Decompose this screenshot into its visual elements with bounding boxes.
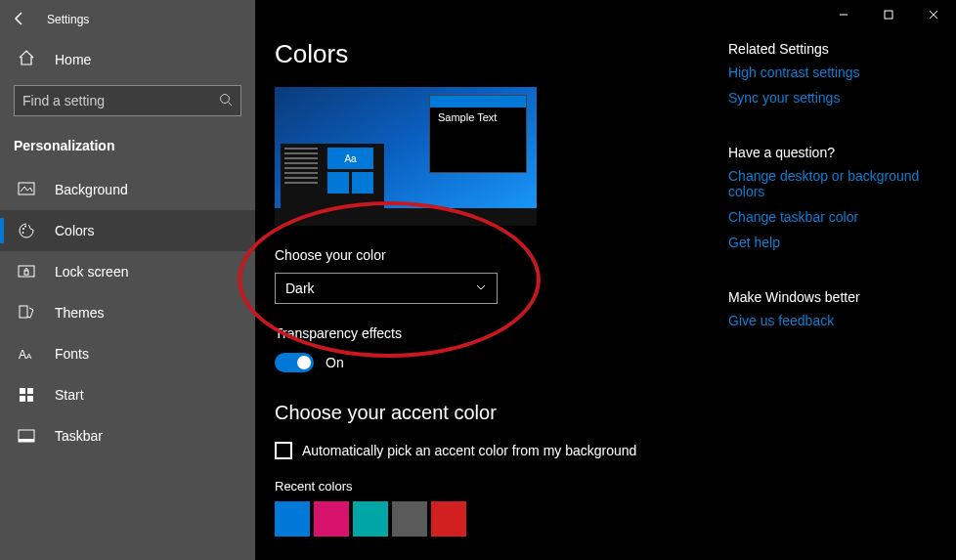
transparency-state: On bbox=[326, 355, 344, 370]
color-swatch[interactable] bbox=[353, 501, 388, 537]
svg-point-0 bbox=[221, 94, 230, 103]
link-get-help[interactable]: Get help bbox=[728, 235, 934, 250]
nav-label: Taskbar bbox=[55, 428, 103, 444]
settings-title: Settings bbox=[47, 13, 89, 26]
sidebar: Settings Home Personalization Background… bbox=[0, 0, 255, 560]
nav-label: Start bbox=[55, 387, 84, 403]
search-input[interactable] bbox=[22, 93, 198, 108]
svg-rect-6 bbox=[24, 271, 28, 275]
auto-accent-checkbox[interactable] bbox=[275, 442, 292, 459]
main-content: Colors Sample Text Aa Choose your color … bbox=[255, 0, 956, 560]
color-swatch[interactable] bbox=[431, 501, 466, 537]
minimize-button[interactable] bbox=[821, 0, 866, 29]
svg-rect-10 bbox=[20, 388, 25, 394]
preview-window: Sample Text bbox=[429, 95, 527, 173]
preview-window-text: Sample Text bbox=[438, 111, 497, 123]
svg-point-2 bbox=[22, 228, 24, 230]
svg-rect-13 bbox=[27, 396, 33, 402]
nav-list: Background Colors Lock screen Themes AA … bbox=[0, 169, 255, 456]
recent-colors-label: Recent colors bbox=[275, 479, 956, 494]
nav-label: Background bbox=[55, 182, 128, 197]
nav-label: Lock screen bbox=[55, 264, 128, 280]
search-box[interactable] bbox=[14, 85, 241, 116]
nav-label: Themes bbox=[55, 305, 105, 321]
svg-rect-12 bbox=[20, 396, 25, 402]
link-sync-settings[interactable]: Sync your settings bbox=[728, 90, 934, 106]
category-label: Personalization bbox=[0, 130, 255, 163]
close-button[interactable] bbox=[911, 0, 956, 29]
nav-home[interactable]: Home bbox=[0, 39, 255, 79]
home-icon bbox=[18, 49, 35, 69]
nav-item-fonts[interactable]: AA Fonts bbox=[0, 333, 255, 374]
choose-color-value: Dark bbox=[285, 280, 315, 296]
search-icon bbox=[219, 93, 233, 109]
recent-colors bbox=[275, 501, 956, 537]
preview-start-menu: Aa bbox=[281, 144, 384, 208]
preview-tile-text: Aa bbox=[327, 148, 373, 169]
link-high-contrast[interactable]: High contrast settings bbox=[728, 65, 934, 80]
nav-home-label: Home bbox=[55, 52, 91, 67]
svg-point-3 bbox=[24, 226, 26, 228]
window-controls bbox=[821, 0, 956, 29]
better-heading: Make Windows better bbox=[728, 289, 934, 305]
link-change-taskbar-color[interactable]: Change taskbar color bbox=[728, 209, 934, 225]
related-heading: Related Settings bbox=[728, 41, 934, 57]
svg-point-4 bbox=[22, 232, 24, 234]
link-feedback[interactable]: Give us feedback bbox=[728, 313, 934, 328]
maximize-button[interactable] bbox=[866, 0, 911, 29]
svg-rect-7 bbox=[20, 306, 27, 318]
choose-color-dropdown[interactable]: Dark bbox=[275, 273, 498, 304]
nav-item-background[interactable]: Background bbox=[0, 169, 255, 210]
transparency-toggle[interactable] bbox=[275, 353, 314, 372]
svg-rect-11 bbox=[27, 388, 33, 394]
right-column: Related Settings High contrast settings … bbox=[728, 41, 934, 338]
accent-title: Choose your accent color bbox=[275, 402, 956, 424]
question-heading: Have a question? bbox=[728, 145, 934, 160]
link-change-desktop-colors[interactable]: Change desktop or background colors bbox=[728, 168, 934, 199]
nav-item-lockscreen[interactable]: Lock screen bbox=[0, 251, 255, 292]
auto-accent-label: Automatically pick an accent color from … bbox=[302, 443, 636, 458]
svg-rect-16 bbox=[885, 11, 892, 19]
nav-item-taskbar[interactable]: Taskbar bbox=[0, 415, 255, 456]
svg-rect-15 bbox=[19, 439, 34, 442]
color-swatch[interactable] bbox=[314, 501, 349, 537]
nav-item-start[interactable]: Start bbox=[0, 374, 255, 415]
chevron-down-icon bbox=[475, 280, 487, 296]
color-swatch[interactable] bbox=[275, 501, 310, 537]
nav-item-themes[interactable]: Themes bbox=[0, 292, 255, 333]
nav-label: Fonts bbox=[55, 346, 89, 362]
color-preview: Sample Text Aa bbox=[275, 87, 537, 226]
nav-item-colors[interactable]: Colors bbox=[0, 210, 255, 251]
nav-label: Colors bbox=[55, 223, 94, 238]
topbar: Settings bbox=[0, 0, 255, 39]
back-icon[interactable] bbox=[12, 11, 27, 29]
svg-text:A: A bbox=[26, 352, 32, 361]
color-swatch[interactable] bbox=[392, 501, 427, 537]
svg-text:A: A bbox=[19, 348, 26, 362]
